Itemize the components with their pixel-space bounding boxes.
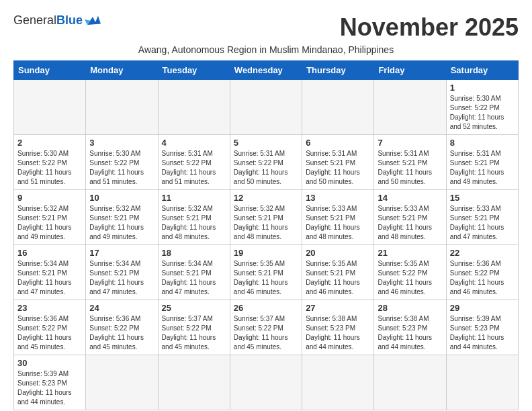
weekday-header-saturday: Saturday bbox=[446, 61, 518, 80]
calendar-cell: 22Sunrise: 5:36 AMSunset: 5:22 PMDayligh… bbox=[446, 245, 518, 300]
calendar-cell: 6Sunrise: 5:31 AMSunset: 5:21 PMDaylight… bbox=[302, 135, 374, 190]
cell-content: Sunrise: 5:38 AMSunset: 5:23 PMDaylight:… bbox=[306, 314, 370, 352]
calendar-cell bbox=[14, 80, 86, 135]
weekday-header-tuesday: Tuesday bbox=[158, 61, 230, 80]
day-number: 29 bbox=[450, 303, 515, 313]
day-number: 6 bbox=[306, 138, 370, 148]
weekday-header-wednesday: Wednesday bbox=[230, 61, 302, 80]
weekday-header-row: SundayMondayTuesdayWednesdayThursdayFrid… bbox=[14, 61, 519, 80]
calendar-cell: 24Sunrise: 5:36 AMSunset: 5:22 PMDayligh… bbox=[86, 300, 158, 355]
calendar-cell bbox=[158, 355, 230, 410]
week-row-6: 30Sunrise: 5:39 AMSunset: 5:23 PMDayligh… bbox=[14, 355, 519, 410]
cell-content: Sunrise: 5:31 AMSunset: 5:21 PMDaylight:… bbox=[306, 149, 370, 187]
cell-content: Sunrise: 5:33 AMSunset: 5:21 PMDaylight:… bbox=[450, 204, 515, 242]
day-number: 10 bbox=[89, 193, 154, 203]
day-number: 30 bbox=[17, 358, 82, 368]
cell-content: Sunrise: 5:36 AMSunset: 5:22 PMDaylight:… bbox=[17, 314, 82, 352]
cell-content: Sunrise: 5:34 AMSunset: 5:21 PMDaylight:… bbox=[89, 259, 154, 297]
logo-blue-text: Blue bbox=[56, 13, 83, 28]
calendar-cell: 18Sunrise: 5:34 AMSunset: 5:21 PMDayligh… bbox=[158, 245, 230, 300]
day-number: 15 bbox=[450, 193, 515, 203]
weekday-header-friday: Friday bbox=[374, 61, 446, 80]
calendar-cell: 20Sunrise: 5:35 AMSunset: 5:21 PMDayligh… bbox=[302, 245, 374, 300]
day-number: 22 bbox=[450, 248, 515, 258]
svg-marker-0 bbox=[87, 15, 101, 25]
calendar-cell bbox=[374, 80, 446, 135]
cell-content: Sunrise: 5:31 AMSunset: 5:21 PMDaylight:… bbox=[378, 149, 442, 187]
week-row-4: 16Sunrise: 5:34 AMSunset: 5:21 PMDayligh… bbox=[14, 245, 519, 300]
subtitle: Awang, Autonomous Region in Muslim Minda… bbox=[13, 44, 519, 55]
cell-content: Sunrise: 5:37 AMSunset: 5:22 PMDaylight:… bbox=[162, 314, 226, 352]
calendar-cell: 11Sunrise: 5:32 AMSunset: 5:21 PMDayligh… bbox=[158, 190, 230, 245]
cell-content: Sunrise: 5:36 AMSunset: 5:22 PMDaylight:… bbox=[89, 314, 154, 352]
day-number: 1 bbox=[450, 83, 515, 93]
day-number: 20 bbox=[306, 248, 370, 258]
week-row-5: 23Sunrise: 5:36 AMSunset: 5:22 PMDayligh… bbox=[14, 300, 519, 355]
calendar-cell: 2Sunrise: 5:30 AMSunset: 5:22 PMDaylight… bbox=[14, 135, 86, 190]
calendar-cell: 1Sunrise: 5:30 AMSunset: 5:22 PMDaylight… bbox=[446, 80, 518, 135]
calendar-cell: 7Sunrise: 5:31 AMSunset: 5:21 PMDaylight… bbox=[374, 135, 446, 190]
calendar-cell: 12Sunrise: 5:32 AMSunset: 5:21 PMDayligh… bbox=[230, 190, 302, 245]
calendar-cell: 15Sunrise: 5:33 AMSunset: 5:21 PMDayligh… bbox=[446, 190, 518, 245]
cell-content: Sunrise: 5:32 AMSunset: 5:21 PMDaylight:… bbox=[234, 204, 298, 242]
cell-content: Sunrise: 5:30 AMSunset: 5:22 PMDaylight:… bbox=[450, 94, 515, 132]
cell-content: Sunrise: 5:36 AMSunset: 5:22 PMDaylight:… bbox=[450, 259, 515, 297]
day-number: 9 bbox=[17, 193, 82, 203]
day-number: 2 bbox=[17, 138, 82, 148]
day-number: 13 bbox=[306, 193, 370, 203]
calendar-cell: 16Sunrise: 5:34 AMSunset: 5:21 PMDayligh… bbox=[14, 245, 86, 300]
calendar: SundayMondayTuesdayWednesdayThursdayFrid… bbox=[13, 60, 519, 410]
cell-content: Sunrise: 5:35 AMSunset: 5:21 PMDaylight:… bbox=[306, 259, 370, 297]
calendar-cell: 21Sunrise: 5:35 AMSunset: 5:22 PMDayligh… bbox=[374, 245, 446, 300]
calendar-cell: 26Sunrise: 5:37 AMSunset: 5:22 PMDayligh… bbox=[230, 300, 302, 355]
day-number: 23 bbox=[17, 303, 82, 313]
day-number: 28 bbox=[378, 303, 442, 313]
day-number: 14 bbox=[378, 193, 442, 203]
calendar-cell: 9Sunrise: 5:32 AMSunset: 5:21 PMDaylight… bbox=[14, 190, 86, 245]
calendar-cell: 8Sunrise: 5:31 AMSunset: 5:21 PMDaylight… bbox=[446, 135, 518, 190]
cell-content: Sunrise: 5:37 AMSunset: 5:22 PMDaylight:… bbox=[234, 314, 298, 352]
day-number: 3 bbox=[89, 138, 154, 148]
month-title: November 2025 bbox=[340, 13, 519, 42]
cell-content: Sunrise: 5:35 AMSunset: 5:21 PMDaylight:… bbox=[234, 259, 298, 297]
calendar-cell: 23Sunrise: 5:36 AMSunset: 5:22 PMDayligh… bbox=[14, 300, 86, 355]
day-number: 11 bbox=[162, 193, 226, 203]
cell-content: Sunrise: 5:35 AMSunset: 5:22 PMDaylight:… bbox=[378, 259, 442, 297]
weekday-header-monday: Monday bbox=[86, 61, 158, 80]
cell-content: Sunrise: 5:30 AMSunset: 5:22 PMDaylight:… bbox=[89, 149, 154, 187]
calendar-cell bbox=[302, 80, 374, 135]
day-number: 17 bbox=[89, 248, 154, 258]
calendar-cell: 14Sunrise: 5:33 AMSunset: 5:21 PMDayligh… bbox=[374, 190, 446, 245]
calendar-cell: 19Sunrise: 5:35 AMSunset: 5:21 PMDayligh… bbox=[230, 245, 302, 300]
day-number: 16 bbox=[17, 248, 82, 258]
calendar-cell: 10Sunrise: 5:32 AMSunset: 5:21 PMDayligh… bbox=[86, 190, 158, 245]
cell-content: Sunrise: 5:32 AMSunset: 5:21 PMDaylight:… bbox=[89, 204, 154, 242]
calendar-cell: 17Sunrise: 5:34 AMSunset: 5:21 PMDayligh… bbox=[86, 245, 158, 300]
day-number: 25 bbox=[162, 303, 226, 313]
logo-general-text: General bbox=[13, 13, 56, 28]
calendar-cell bbox=[302, 355, 374, 410]
calendar-cell bbox=[230, 80, 302, 135]
calendar-cell: 13Sunrise: 5:33 AMSunset: 5:21 PMDayligh… bbox=[302, 190, 374, 245]
cell-content: Sunrise: 5:31 AMSunset: 5:21 PMDaylight:… bbox=[450, 149, 515, 187]
logo: General Blue bbox=[13, 13, 101, 28]
logo-bird-icon bbox=[85, 14, 101, 28]
cell-content: Sunrise: 5:31 AMSunset: 5:22 PMDaylight:… bbox=[162, 149, 226, 187]
cell-content: Sunrise: 5:32 AMSunset: 5:21 PMDaylight:… bbox=[162, 204, 226, 242]
weekday-header-thursday: Thursday bbox=[302, 61, 374, 80]
calendar-cell bbox=[374, 355, 446, 410]
day-number: 8 bbox=[450, 138, 515, 148]
calendar-cell bbox=[86, 80, 158, 135]
week-row-3: 9Sunrise: 5:32 AMSunset: 5:21 PMDaylight… bbox=[14, 190, 519, 245]
day-number: 19 bbox=[234, 248, 298, 258]
calendar-cell: 28Sunrise: 5:38 AMSunset: 5:23 PMDayligh… bbox=[374, 300, 446, 355]
day-number: 21 bbox=[378, 248, 442, 258]
calendar-cell: 4Sunrise: 5:31 AMSunset: 5:22 PMDaylight… bbox=[158, 135, 230, 190]
calendar-cell bbox=[446, 355, 518, 410]
week-row-1: 1Sunrise: 5:30 AMSunset: 5:22 PMDaylight… bbox=[14, 80, 519, 135]
day-number: 27 bbox=[306, 303, 370, 313]
weekday-header-sunday: Sunday bbox=[14, 61, 86, 80]
day-number: 7 bbox=[378, 138, 442, 148]
calendar-cell: 29Sunrise: 5:39 AMSunset: 5:23 PMDayligh… bbox=[446, 300, 518, 355]
calendar-cell: 27Sunrise: 5:38 AMSunset: 5:23 PMDayligh… bbox=[302, 300, 374, 355]
